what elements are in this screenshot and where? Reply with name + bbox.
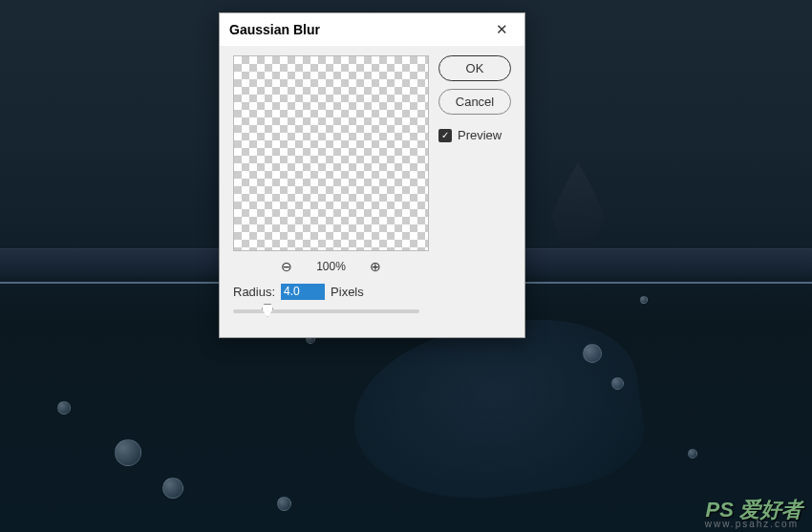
ship-silhouette <box>540 162 616 253</box>
bubble <box>640 296 648 304</box>
ok-button[interactable]: OK <box>438 55 511 81</box>
zoom-level-label: 100% <box>316 260 346 273</box>
radius-units: Pixels <box>331 285 364 299</box>
dialog-titlebar[interactable]: Gaussian Blur ✕ <box>220 13 524 46</box>
check-icon[interactable]: ✓ <box>438 129 452 142</box>
gaussian-blur-dialog: Gaussian Blur ✕ ⊖ 100% ⊕ Radius: Pixels … <box>219 12 525 338</box>
bubble <box>162 478 183 499</box>
bubble <box>115 439 141 466</box>
preview-checkbox-label: Preview <box>458 128 502 142</box>
preview-canvas[interactable] <box>233 55 429 251</box>
zoom-out-icon[interactable]: ⊖ <box>281 259 292 274</box>
radius-input[interactable] <box>281 284 325 300</box>
bubble <box>611 377 624 390</box>
zoom-controls: ⊖ 100% ⊕ <box>233 251 429 282</box>
zoom-in-icon[interactable]: ⊕ <box>370 259 381 274</box>
bubble <box>583 344 602 363</box>
radius-row: Radius: Pixels <box>233 284 429 300</box>
bubble <box>688 449 697 458</box>
radius-label: Radius: <box>233 285 275 299</box>
dialog-right-column: OK Cancel ✓ Preview <box>438 55 511 313</box>
page-watermark-url: www.psahz.com <box>705 519 799 529</box>
dialog-body: ⊖ 100% ⊕ Radius: Pixels OK Cancel ✓ Prev… <box>220 46 524 323</box>
dialog-left-column: ⊖ 100% ⊕ Radius: Pixels <box>233 55 429 313</box>
bubble <box>57 401 71 415</box>
cancel-button[interactable]: Cancel <box>438 89 511 115</box>
preview-checkbox-row[interactable]: ✓ Preview <box>438 128 511 142</box>
close-button[interactable]: ✕ <box>488 19 515 40</box>
radius-slider[interactable] <box>233 309 419 313</box>
bubble <box>277 497 291 511</box>
dialog-title: Gaussian Blur <box>229 22 320 37</box>
radius-slider-thumb[interactable] <box>262 304 273 317</box>
